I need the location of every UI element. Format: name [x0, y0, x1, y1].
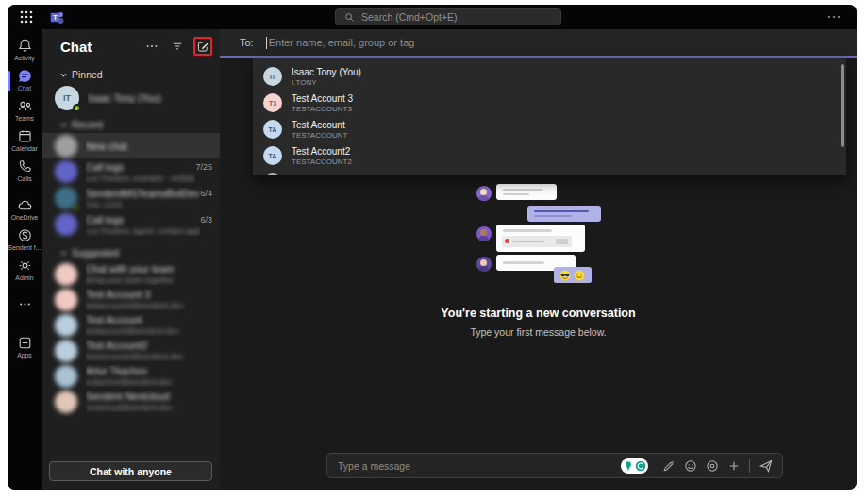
section-label: Recent — [72, 119, 103, 130]
search-icon — [344, 12, 355, 23]
empty-state-title: You're starting a new conversation — [441, 307, 635, 320]
avatar — [55, 135, 77, 158]
chat-row[interactable]: Call logs Luc Peeters: example - verbdev… — [42, 158, 220, 185]
suggested-row[interactable]: Test Account2 testaccount2@sendent.dev — [42, 338, 220, 363]
panel-title: Chat — [60, 39, 142, 55]
chevron-down-icon — [60, 72, 67, 78]
chat-name: New chat — [86, 141, 212, 152]
section-label: Suggested — [72, 247, 119, 258]
rail-item-calendar[interactable]: Calendar — [8, 128, 42, 158]
chevron-down-icon — [60, 250, 67, 257]
chat-with-anyone-button[interactable]: Chat with anyone — [49, 461, 212, 481]
text-cursor — [266, 37, 267, 49]
chat-date: 7/25 — [195, 162, 212, 172]
suggested-name: Test Account2 — [86, 340, 212, 351]
rail-item-apps[interactable]: Apps — [8, 335, 42, 364]
send-icon[interactable] — [759, 458, 774, 474]
new-chat-illustration — [476, 184, 601, 282]
rail-label: Chat — [18, 85, 31, 91]
scrollbar-thumb[interactable] — [841, 64, 844, 147]
new-chat-button[interactable] — [193, 37, 212, 56]
suggestion-item[interactable]: TA Test Account TESTACCOUNT — [253, 116, 846, 142]
avatar-initials: IT — [63, 93, 71, 103]
sunglasses-emoji-icon — [559, 270, 571, 281]
plus-icon[interactable] — [727, 459, 741, 473]
rail-item-chat[interactable]: Chat — [8, 68, 42, 97]
title-bar: T Search (Cmd+Opt+E) — [8, 5, 857, 29]
avatar — [55, 213, 77, 236]
suggested-sub: nextcloud@sendent.dev — [86, 403, 212, 412]
apps-icon — [17, 335, 33, 351]
section-recent[interactable]: Recent — [42, 113, 220, 133]
to-label: To: — [240, 37, 254, 48]
rail-item-sendent[interactable]: Sendent f... — [8, 227, 42, 257]
illustration-avatar — [476, 257, 492, 272]
avatar-initials: TA — [269, 153, 277, 159]
suggestion-item[interactable]: T3 Test Account 3 TESTACCOUNT3 — [253, 90, 846, 116]
filter-button[interactable] — [168, 37, 187, 56]
rail-item-onedrive[interactable]: OneDrive — [8, 197, 42, 226]
suggested-row[interactable]: Test Account testaccount@sendent.dev — [42, 312, 220, 338]
illustration-avatar — [476, 186, 492, 201]
bell-icon — [17, 38, 33, 54]
suggested-sub: testaccount2@sendent.dev — [86, 352, 212, 361]
suggested-sub: testaccount3@sendent.dev — [86, 301, 212, 310]
suggested-row[interactable]: Test Account 3 testaccount3@sendent.dev — [42, 287, 220, 312]
format-icon[interactable] — [662, 459, 676, 473]
sticker-icon[interactable] — [706, 459, 719, 473]
suggestion-name: Test Account — [292, 120, 347, 130]
suggestion-item[interactable]: TA Test Account2 TESTACCOUNT2 — [253, 142, 846, 169]
chat-list-panel: Chat — [42, 29, 220, 490]
more-icon — [17, 296, 33, 312]
section-suggested[interactable]: Suggested — [42, 238, 220, 261]
onedrive-icon — [17, 197, 33, 213]
section-pinned[interactable]: Pinned — [42, 63, 220, 83]
lightbulb-icon — [623, 460, 634, 472]
chat-name: SendentMSTeamsBotDev — [86, 188, 200, 199]
app-circle-icon — [635, 460, 646, 472]
rail-item-more[interactable] — [8, 296, 42, 325]
suggested-row[interactable]: Chat with your team Bring your team toge… — [42, 261, 220, 287]
to-field[interactable]: To: Enter name, email, group or tag — [220, 29, 857, 58]
suggested-row[interactable]: Artur Tkachov a.tkachov@sendent.dev — [42, 363, 220, 389]
rail-item-teams[interactable]: Teams — [8, 98, 42, 127]
rail-item-admin[interactable]: Admin — [8, 258, 42, 287]
illustration-bubble — [496, 225, 585, 252]
illustration-avatar — [476, 226, 492, 241]
suggestion-item[interactable]: Artur Tkachov — [253, 169, 846, 175]
chat-row[interactable]: Call logs Luc Peeters: agent: contact ap… — [42, 211, 220, 238]
emoji-icon[interactable] — [684, 459, 697, 473]
chat-more-button[interactable] — [142, 37, 161, 56]
calls-icon — [17, 158, 33, 175]
app-badge[interactable] — [621, 458, 648, 474]
suggestion-sub: TESTACCOUNT — [292, 131, 347, 140]
rail-item-calls[interactable]: Calls — [8, 158, 42, 188]
rail-label: Admin — [15, 274, 33, 281]
suggestion-sub: TESTACCOUNT2 — [292, 158, 352, 166]
rail-item-activity[interactable]: Activity — [8, 38, 42, 67]
suggested-sub: Bring your team together — [86, 275, 212, 285]
chat-row-new-chat[interactable]: New chat — [42, 133, 220, 158]
suggested-sub: testaccount@sendent.dev — [86, 326, 212, 336]
suggestion-item[interactable]: IT Isaac Tony (You) I.TONY — [253, 63, 846, 90]
avatar — [55, 187, 77, 209]
chat-icon — [17, 68, 33, 84]
chat-row-pinned[interactable]: IT ✓ Isaac Tony (You) — [42, 83, 220, 113]
avatar: TA — [263, 120, 282, 139]
sendent-icon — [17, 227, 33, 243]
people-suggestion-dropdown: IT Isaac Tony (You) I.TONY T3 Test Accou… — [253, 58, 846, 175]
chat-row[interactable]: SendentMSTeamsBotDev You: 1234 6/4 — [42, 185, 220, 211]
avatar: T3 — [263, 93, 282, 112]
suggested-name: Test Account 3 — [86, 289, 212, 300]
message-input[interactable]: Type a message — [326, 453, 783, 478]
waffle-icon[interactable] — [20, 10, 33, 24]
admin-icon — [17, 258, 33, 274]
chat-name: Call logs — [86, 161, 195, 173]
more-icon — [145, 40, 159, 53]
search-input[interactable]: Search (Cmd+Opt+E) — [335, 8, 561, 25]
suggested-row[interactable]: Sendent Nextcloud nextcloud@sendent.dev — [42, 389, 220, 414]
avatar — [263, 173, 282, 175]
presence-available-icon — [72, 204, 79, 211]
window-more-icon[interactable] — [826, 13, 842, 21]
chat-preview: Luc Peeters: example - verbdev - regex: … — [86, 174, 195, 183]
